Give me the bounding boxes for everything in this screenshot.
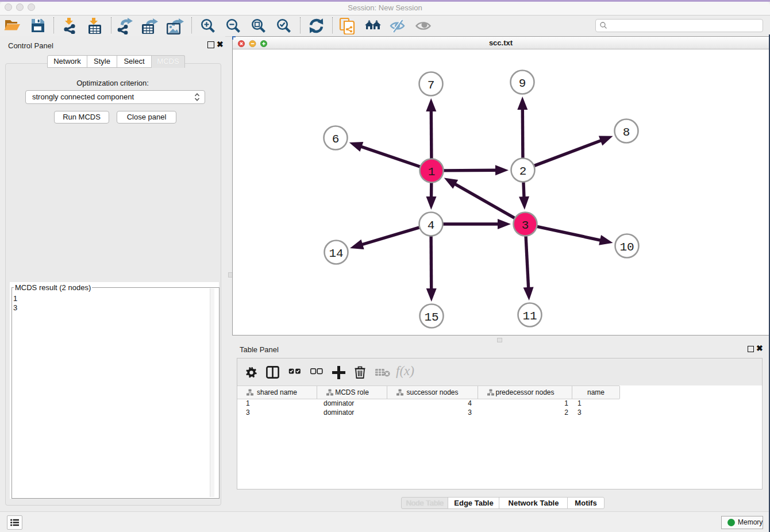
svg-text:3: 3	[522, 219, 529, 232]
svg-text:2: 2	[519, 165, 527, 178]
svg-text:6: 6	[332, 133, 340, 146]
svg-text:11: 11	[522, 310, 537, 323]
svg-text:8: 8	[623, 126, 630, 139]
svg-text:14: 14	[329, 247, 343, 260]
svg-text:10: 10	[619, 241, 634, 254]
svg-text:15: 15	[424, 311, 438, 324]
svg-text:4: 4	[428, 219, 435, 232]
svg-text:1: 1	[428, 165, 436, 179]
svg-text:9: 9	[519, 77, 526, 90]
svg-text:7: 7	[428, 79, 435, 92]
